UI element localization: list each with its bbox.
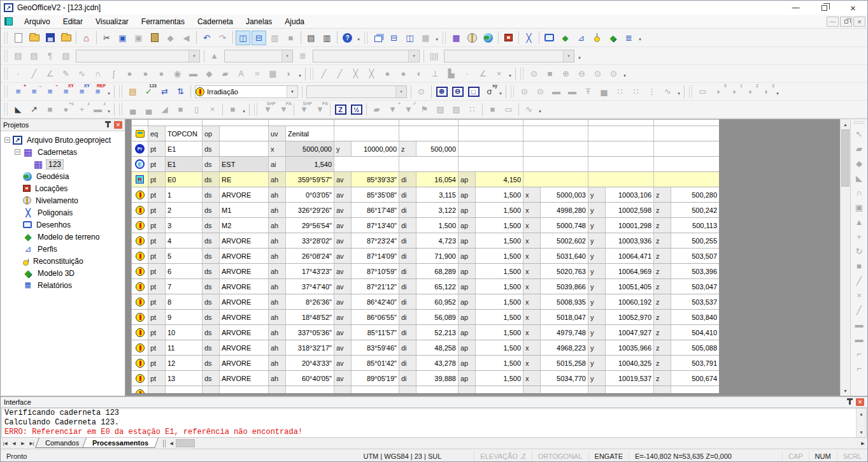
toolbar-drag-handle[interactable] [443, 32, 446, 44]
snap-point-disabled-icon[interactable]: · [460, 66, 474, 81]
field-value[interactable]: 9 [166, 310, 203, 324]
field-value[interactable]: 60,952 [416, 294, 459, 309]
field-value[interactable]: 43,278 [416, 356, 459, 370]
toolbar-drag-handle[interactable] [364, 32, 367, 44]
field-value[interactable]: 3,122 [416, 203, 459, 217]
field-value[interactable]: 1,500 [476, 325, 523, 340]
desenhos-icon[interactable] [542, 31, 557, 45]
half-fraction-icon[interactable]: ½ [349, 102, 364, 117]
field-value[interactable]: 503,791 [671, 356, 719, 370]
protractor-2-disabled-icon[interactable]: ◗2 [743, 84, 758, 99]
field-value[interactable]: ARVORE [220, 325, 269, 340]
tree-item-modelo-3d[interactable]: ◆Modelo 3D [2, 267, 124, 279]
toolbar-drag-handle[interactable] [854, 121, 864, 124]
field-value[interactable]: 500,000 [416, 141, 459, 156]
field-value[interactable] [352, 386, 399, 393]
field-value[interactable]: 2 [166, 203, 203, 217]
polyline-disabled-icon[interactable]: ∠ [43, 66, 57, 81]
wave-disabled-icon[interactable]: ≈ [250, 66, 264, 81]
thick-line-disabled-icon[interactable]: ▰ [218, 66, 232, 81]
scroll-down-icon[interactable]: ▼ [841, 386, 850, 396]
field-value[interactable]: 89°05'19" [352, 371, 399, 386]
toolbar-drag-handle[interactable] [4, 50, 8, 62]
field-value[interactable]: ARVORE [220, 356, 269, 370]
chevron-down-icon[interactable]: ▾ [189, 50, 199, 62]
list-disabled-icon[interactable]: ≣ [295, 48, 310, 63]
field-value[interactable]: 68,289 [416, 264, 459, 278]
field-value[interactable]: ARVORE [220, 264, 269, 278]
sheet-disabled-icon[interactable]: ▯ [189, 102, 204, 117]
globe-icon[interactable] [481, 31, 495, 45]
tree-expander-icon[interactable]: – [15, 149, 20, 155]
pa-import-disabled-icon[interactable]: ▼PA [313, 102, 327, 117]
toolbar-drag-handle[interactable] [520, 68, 523, 80]
surface-disabled-icon[interactable]: ▲ [207, 48, 222, 63]
field-value[interactable] [220, 141, 269, 156]
minimize-button[interactable]: — [781, 1, 810, 15]
tab-first-icon[interactable]: |◀ [1, 438, 10, 449]
disabled-combobox[interactable]: ▾ [313, 50, 420, 62]
pin-disabled-icon[interactable]: ¶ [43, 48, 57, 63]
field-value[interactable] [476, 386, 523, 393]
geodesic-circle-disabled-icon[interactable]: ⊙ [414, 84, 429, 99]
eraser-disabled-icon[interactable]: ▰ [369, 102, 384, 117]
pa-export-disabled-icon[interactable]: ▼PA [276, 102, 291, 117]
protractor-3-disabled-icon[interactable]: ◗3 [759, 84, 774, 99]
field-value[interactable]: 83°59'46" [352, 340, 399, 355]
toolbar-drag-handle[interactable] [4, 68, 8, 80]
field-value[interactable]: 10064,471 [606, 249, 654, 263]
snap-angle-disabled-icon[interactable]: ∠ [476, 66, 490, 81]
menu-editar[interactable]: Editar [57, 17, 89, 26]
field-value[interactable]: 11 [166, 340, 203, 355]
field-value[interactable]: 60°40'05" [286, 371, 334, 386]
snap-mid-disabled-icon[interactable]: ╱ [332, 66, 347, 81]
snap-perpendicular-disabled-icon[interactable]: ⊥ [428, 66, 443, 81]
field-value[interactable]: 10052,970 [606, 310, 654, 324]
splitter-handle[interactable] [163, 440, 166, 447]
toolbar-overflow-icon[interactable]: ▾ [537, 103, 543, 116]
field-value[interactable]: 85°11'57" [352, 325, 399, 340]
z-cross-disabled-icon[interactable]: +z [75, 102, 89, 117]
toolbar-overflow-icon[interactable]: ▾ [497, 85, 504, 98]
field-value[interactable]: 5015,258 [541, 356, 588, 370]
field-value[interactable]: 7 [166, 279, 203, 294]
menu-arquivo[interactable]: Arquivo [18, 17, 57, 26]
toolbar-drag-handle[interactable] [511, 85, 514, 97]
filter-edit-disabled-icon[interactable]: ▼✓ [401, 102, 416, 117]
box-disabled-icon[interactable]: ■ [43, 102, 57, 117]
tree-expander-icon[interactable]: – [4, 137, 10, 143]
total-station-icon[interactable] [501, 31, 516, 45]
tab-processamentos[interactable]: Processamentos [82, 438, 159, 448]
zoom-window-icon[interactable]: □ [466, 84, 481, 99]
menu-ferramentas[interactable]: Ferramentas [135, 17, 191, 26]
check-123-icon[interactable]: ✓123 [141, 84, 156, 99]
delete-row-icon[interactable]: ≡− [43, 84, 57, 99]
print-preview-icon[interactable]: ▥ [320, 31, 334, 45]
scroll-right-icon[interactable]: ▶ [858, 439, 867, 448]
dome-disabled-icon[interactable]: ◗ [281, 66, 296, 81]
field-value[interactable]: ARVORE [220, 233, 269, 248]
insert-xy-icon[interactable]: ≡XY [75, 84, 89, 99]
field-value[interactable]: ARVORE [220, 294, 269, 309]
disabled-combobox[interactable]: ▾ [444, 50, 574, 62]
field-value[interactable] [220, 386, 269, 393]
field-value[interactable]: 8 [166, 294, 203, 309]
interface-close-icon[interactable]: ✕ [856, 398, 864, 406]
field-value[interactable]: 10047,927 [606, 325, 654, 340]
home-icon[interactable]: ⌂ [79, 31, 94, 45]
snap-insert-disabled-icon[interactable]: ▙ [444, 66, 459, 81]
toolbar-overflow-icon[interactable]: ▾ [507, 68, 513, 80]
field-value[interactable]: ARVORE [220, 310, 269, 324]
field-value[interactable] [416, 386, 459, 393]
toolbar-drag-handle[interactable] [119, 85, 122, 97]
field-value[interactable]: 503,047 [671, 279, 719, 294]
open-folder-icon[interactable] [27, 31, 41, 45]
chevron-down-icon[interactable]: ▾ [287, 86, 297, 97]
field-value[interactable]: ARVORE [220, 279, 269, 294]
tree-item-poligonais[interactable]: ╳Poligonais [2, 206, 124, 219]
paste-disabled-icon[interactable]: ▣ [131, 31, 146, 45]
scroll-up-icon[interactable]: ▲ [841, 119, 850, 129]
diamond-disabled-icon[interactable]: ◆ [202, 66, 217, 81]
redo-icon[interactable]: ↷ [215, 31, 230, 45]
field-value[interactable] [286, 386, 334, 393]
